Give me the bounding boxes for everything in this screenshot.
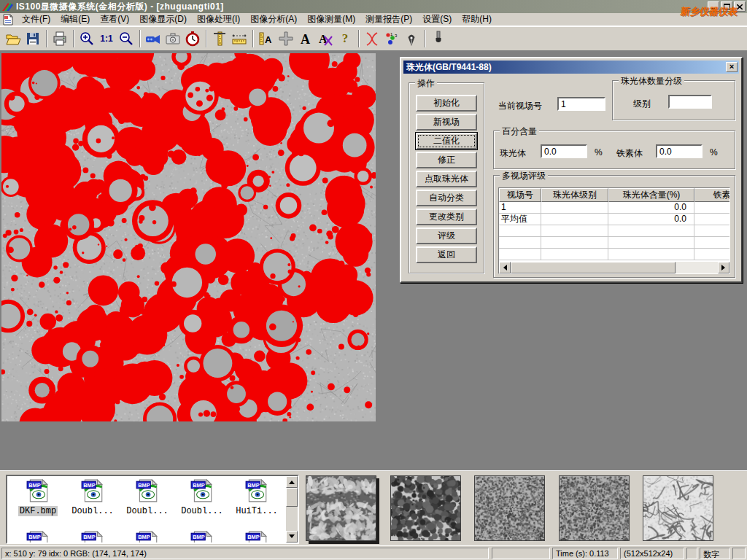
table-horizontal-scrollbar[interactable] xyxy=(499,262,729,273)
micrograph-image[interactable] xyxy=(1,53,376,421)
scroll-left-button[interactable] xyxy=(499,262,511,273)
menu-measure-report[interactable]: 测量报告(P) xyxy=(360,12,417,26)
file-item[interactable]: BMP Doubl... xyxy=(121,478,174,516)
menu-view[interactable]: 查看(V) xyxy=(95,12,134,26)
bmp-file-icon: BMP xyxy=(190,478,214,503)
menu-file[interactable]: 文件(F) xyxy=(17,12,55,26)
file-item-partial[interactable]: BMP xyxy=(121,530,174,544)
camera-button[interactable] xyxy=(163,29,182,48)
brush-button[interactable] xyxy=(429,29,448,48)
pearlite-percent-sign: % xyxy=(595,147,603,158)
file-item[interactable]: BMP HuiTi... xyxy=(231,478,283,516)
cell-ferrite xyxy=(694,202,730,214)
correct-button[interactable]: 修正 xyxy=(416,152,477,168)
auto-classify-button[interactable]: 自动分类 xyxy=(416,190,477,206)
percent-group-label: 百分含量 xyxy=(500,125,539,138)
measure-text-button[interactable]: A xyxy=(257,29,276,48)
count-points-button[interactable]: 13 xyxy=(382,29,401,48)
current-field-label: 当前视场号 xyxy=(498,100,542,112)
menu-image-measure[interactable]: 图像测量(M) xyxy=(302,12,360,26)
ferrite-label: 铁素体 xyxy=(616,147,643,160)
thumbnail-3[interactable] xyxy=(474,475,545,541)
file-name[interactable]: Doubl... xyxy=(70,506,115,516)
zoom-in-button[interactable] xyxy=(77,29,96,48)
file-name[interactable]: DKF.bmp xyxy=(18,506,58,516)
file-item[interactable]: BMP DKF.bmp xyxy=(12,478,64,516)
help-button[interactable]: ? xyxy=(336,29,355,48)
help-icon: ? xyxy=(342,31,349,46)
scroll-down-button[interactable] xyxy=(286,531,298,542)
menu-bar: 文件(F) 编辑(E) 查看(V) 图像显示(D) 图像处理(I) 图像分析(A… xyxy=(0,13,747,26)
timer-button[interactable] xyxy=(183,29,202,48)
svg-text:A: A xyxy=(301,32,310,47)
grade-input[interactable] xyxy=(668,95,712,109)
video-camera-icon xyxy=(145,31,161,47)
new-field-button[interactable]: 新视场 xyxy=(416,114,477,131)
thumbnail-4[interactable] xyxy=(559,475,630,541)
caliper-vertical-button[interactable] xyxy=(210,29,229,48)
video-camera-button[interactable] xyxy=(144,29,163,48)
print-button[interactable] xyxy=(50,29,69,48)
svg-text:BMP: BMP xyxy=(28,482,41,489)
file-item[interactable]: BMP Doubl... xyxy=(176,478,228,516)
rating-table[interactable]: 视场号 珠光体级别 珠光体含量(%) 铁素体含量(%) 1 0.0 平均值 0.… xyxy=(498,187,730,274)
scrollbar-thumb[interactable] xyxy=(511,262,676,273)
pick-pearlite-button[interactable]: 点取珠光体 xyxy=(416,171,477,187)
thumbnail-5[interactable] xyxy=(643,475,713,541)
zoom-out-button[interactable] xyxy=(117,29,136,48)
camera-icon xyxy=(165,31,181,47)
thumbnail-2[interactable] xyxy=(390,475,461,541)
text-a-off-button[interactable]: A xyxy=(316,29,335,48)
actual-size-button[interactable]: 1:1 xyxy=(97,29,116,48)
text-a-button[interactable]: A xyxy=(296,29,315,48)
ferrite-percent-input[interactable] xyxy=(656,144,703,158)
initialize-button[interactable]: 初始化 xyxy=(416,95,477,112)
pearlite-percent-input[interactable] xyxy=(541,144,587,158)
file-item-partial[interactable]: BMP xyxy=(66,530,119,544)
save-button[interactable] xyxy=(23,29,42,48)
change-category-button[interactable]: 更改类别 xyxy=(416,209,477,225)
dialog-title-bar[interactable]: 珠光体(GB/T9441-88) xyxy=(403,61,739,74)
arrow-down-icon xyxy=(289,534,295,541)
pen-button[interactable] xyxy=(402,29,421,48)
table-row[interactable]: 1 0.0 xyxy=(499,202,729,214)
menu-edit[interactable]: 编辑(E) xyxy=(55,12,95,26)
thumbnail-1[interactable] xyxy=(306,475,376,541)
grading-group: 珠光体数量分级 级别 xyxy=(612,80,735,120)
bmp-file-icon: BMP xyxy=(190,530,214,544)
scroll-up-button[interactable] xyxy=(286,476,298,488)
menu-settings[interactable]: 设置(S) xyxy=(417,12,457,26)
menu-image-processing[interactable]: 图像处理(I) xyxy=(192,12,245,26)
file-item-partial[interactable]: BMP xyxy=(176,530,228,544)
file-list-scrollbar[interactable] xyxy=(286,476,298,542)
file-item[interactable]: BMP Doubl... xyxy=(66,478,119,516)
window-close-button[interactable] xyxy=(734,1,746,12)
pearlite-dialog: 珠光体(GB/T9441-88) × 操作 初始化 新视场 二值化 修正 点取珠… xyxy=(400,57,743,283)
ruler-horizontal-button[interactable] xyxy=(230,29,249,48)
file-name[interactable]: HuiTi... xyxy=(234,506,279,516)
file-name[interactable]: Doubl... xyxy=(179,506,225,516)
return-button[interactable]: 返回 xyxy=(416,246,477,263)
menu-help[interactable]: 帮助(H) xyxy=(457,12,497,26)
open-button[interactable] xyxy=(4,29,23,48)
menu-image-display[interactable]: 图像显示(D) xyxy=(134,12,192,26)
scroll-right-button[interactable] xyxy=(718,262,729,273)
current-field-input[interactable] xyxy=(557,97,605,111)
cell-field-no: 1 xyxy=(499,202,541,214)
red-curve-button[interactable] xyxy=(363,29,382,48)
table-row[interactable]: 平均值 0.0 xyxy=(499,214,729,225)
move-cross-button[interactable] xyxy=(276,29,295,48)
window-minimize-button[interactable] xyxy=(708,1,719,12)
file-item-partial[interactable]: BMP xyxy=(12,530,64,544)
scrollbar-thumb[interactable] xyxy=(286,488,298,507)
binarize-button[interactable]: 二值化 xyxy=(416,133,477,149)
rate-button[interactable]: 评级 xyxy=(416,228,477,244)
dialog-close-button[interactable]: × xyxy=(726,62,738,72)
file-item-partial[interactable]: BMP xyxy=(231,530,283,544)
toolbar-separator xyxy=(73,30,74,47)
file-name[interactable]: Doubl... xyxy=(125,506,170,516)
brush-icon xyxy=(430,31,446,47)
menu-image-analysis[interactable]: 图像分析(A) xyxy=(245,12,302,26)
window-maximize-button[interactable] xyxy=(721,1,732,12)
file-browser[interactable]: BMP DKF.bmp BMP Doubl... BMP Doubl... BM… xyxy=(6,475,299,544)
